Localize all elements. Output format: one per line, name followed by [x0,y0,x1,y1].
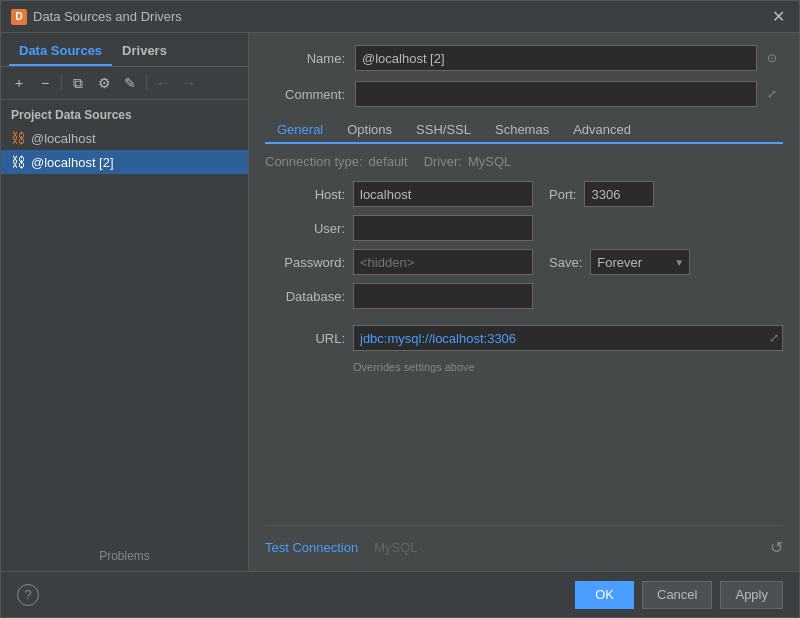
datasource-icon-2: ⛓ [11,154,25,170]
tab-general[interactable]: General [265,117,335,144]
app-icon: D [11,9,27,25]
problems-label: Problems [11,549,238,563]
datasource-icon-1: ⛓ [11,130,25,146]
tab-advanced[interactable]: Advanced [561,117,643,144]
cancel-button[interactable]: Cancel [642,581,712,609]
sidebar-item-label-2: @localhost [2] [31,155,114,170]
user-input[interactable] [353,215,533,241]
url-row: URL: ⤢ [265,325,783,351]
close-button[interactable]: ✕ [768,7,789,26]
database-label: Database: [265,289,345,304]
tab-drivers[interactable]: Drivers [112,37,177,66]
config-tabs: General Options SSH/SSL Schemas Advanced [265,117,783,144]
host-input[interactable] [353,181,533,207]
toolbar-separator-2 [146,75,147,91]
config-button[interactable]: ⚙ [92,71,116,95]
right-panel: Name: ⊙ Comment: ⤢ General Options SSH/S… [249,33,799,571]
tab-data-sources[interactable]: Data Sources [9,37,112,66]
tab-options[interactable]: Options [335,117,404,144]
user-row: User: [265,215,783,241]
password-label: Password: [265,255,345,270]
connection-type-row: Connection type: default Driver: MySQL [265,154,783,169]
forward-button[interactable]: → [177,71,201,95]
save-select-wrapper: Forever Never Until restart ▼ [590,249,690,275]
comment-expand-button[interactable]: ⤢ [761,83,783,105]
test-connection-button[interactable]: Test Connection [265,536,358,559]
help-button[interactable]: ? [17,584,39,606]
url-hint: Overrides settings above [353,361,783,373]
sidebar-item-localhost-2[interactable]: ⛓ @localhost [2] [1,150,248,174]
save-select[interactable]: Forever Never Until restart [590,249,690,275]
url-input[interactable] [353,325,783,351]
url-label: URL: [265,331,345,346]
comment-row: Comment: ⤢ [265,81,783,107]
comment-label: Comment: [265,87,345,102]
sidebar-bottom: Problems [1,541,248,571]
sidebar: Data Sources Drivers + − ⧉ ⚙ ✎ ← → Proje… [1,33,249,571]
user-label: User: [265,221,345,236]
remove-button[interactable]: − [33,71,57,95]
connection-type-value[interactable]: default [369,154,408,169]
name-label: Name: [265,51,345,66]
password-input[interactable] [353,249,533,275]
footer-right: OK Cancel Apply [575,581,783,609]
sidebar-item-label-1: @localhost [31,131,96,146]
form-section: Host: Port: User: Password: Save: [265,181,783,373]
title-bar-left: D Data Sources and Drivers [11,9,182,25]
main-content: Data Sources Drivers + − ⧉ ⚙ ✎ ← → Proje… [1,33,799,571]
main-window: D Data Sources and Drivers ✕ Data Source… [0,0,800,618]
connection-type-static-label: Connection type: [265,154,363,169]
sidebar-toolbar: + − ⧉ ⚙ ✎ ← → [1,67,248,100]
right-panel-bottom: Test Connection MySQL ↺ [265,525,783,559]
edit-button[interactable]: ✎ [118,71,142,95]
host-row: Host: Port: [265,181,783,207]
add-button[interactable]: + [7,71,31,95]
name-expand-button[interactable]: ⊙ [761,47,783,69]
window-title: Data Sources and Drivers [33,9,182,24]
apply-button[interactable]: Apply [720,581,783,609]
dialog-footer: ? OK Cancel Apply [1,571,799,617]
driver-static-label: Driver: [424,154,462,169]
database-input[interactable] [353,283,533,309]
name-input[interactable] [355,45,757,71]
title-bar: D Data Sources and Drivers ✕ [1,1,799,33]
sidebar-tabs: Data Sources Drivers [1,33,248,67]
project-data-sources-label: Project Data Sources [1,100,248,126]
ok-button[interactable]: OK [575,581,634,609]
password-row: Password: Save: Forever Never Until rest… [265,249,783,275]
url-expand-button[interactable]: ⤢ [769,331,779,345]
database-row: Database: [265,283,783,309]
host-label: Host: [265,187,345,202]
mysql-label: MySQL [374,540,417,555]
tab-schemas[interactable]: Schemas [483,117,561,144]
save-label: Save: [549,255,582,270]
driver-value[interactable]: MySQL [468,154,511,169]
back-button[interactable]: ← [151,71,175,95]
footer-left: ? [17,584,39,606]
port-label: Port: [549,187,576,202]
comment-input[interactable] [355,81,757,107]
sidebar-item-localhost[interactable]: ⛓ @localhost [1,126,248,150]
name-row: Name: ⊙ [265,45,783,71]
port-input[interactable] [584,181,654,207]
tab-ssh-ssl[interactable]: SSH/SSL [404,117,483,144]
toolbar-separator-1 [61,75,62,91]
copy-button[interactable]: ⧉ [66,71,90,95]
url-input-wrapper: ⤢ [353,325,783,351]
refresh-button[interactable]: ↺ [770,538,783,557]
